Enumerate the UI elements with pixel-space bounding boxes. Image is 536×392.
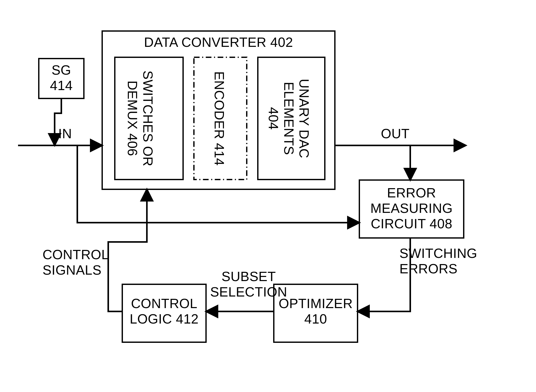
label-control-signals: CONTROL SIGNALS [43, 247, 120, 278]
label-control-logic: CONTROL LOGIC 412 [122, 296, 207, 327]
label-in: IN [58, 126, 89, 142]
label-switching-errors: SWITCHING ERRORS [399, 246, 487, 277]
label-data-converter: DATA CONVERTER 402 [102, 35, 336, 50]
label-error-measuring: ERROR MEASURING CIRCUIT 408 [359, 185, 464, 231]
label-unary-dac: UNARY DAC ELEMENTS 404 [265, 62, 312, 175]
label-out: OUT [381, 126, 422, 142]
diagram-root: SG 414 DATA CONVERTER 402 SWITCHES OR DE… [0, 0, 536, 392]
label-encoder: ENCODER 414 [211, 62, 227, 175]
label-switches: SWITCHES OR DEMUX 406 [124, 62, 155, 175]
label-sg: SG 414 [38, 63, 85, 93]
label-subset-selection: SUBSET SELECTION [210, 269, 287, 300]
label-optimizer: OPTIMIZER 410 [273, 296, 358, 327]
